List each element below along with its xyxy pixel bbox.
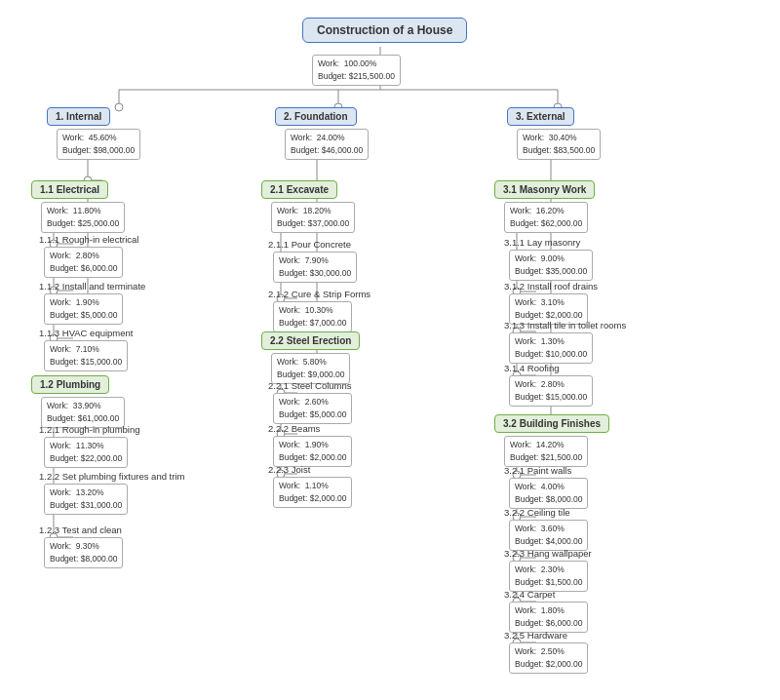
l3-label: 3.1.3 Install tile in toilet rooms	[504, 320, 626, 331]
info-box: Work: 5.80%Budget: $9,000.00	[271, 353, 350, 384]
info-box: Work: 24.00%Budget: $46,000.00	[285, 129, 369, 160]
l3-label: 1.1.2 Install and terminate	[39, 281, 145, 292]
l3-label: 1.1.1 Rough-in electrical	[39, 234, 138, 245]
l3-label: 3.1.2 Install roof drains	[504, 281, 598, 292]
l3-label: 3.1.1 Lay masonry	[504, 237, 580, 248]
info-box: Work: 2.50%Budget: $2,000.00	[509, 642, 588, 674]
page: Construction of a HouseWork: 100.00%Budg…	[0, 0, 780, 700]
node-label: 1.1 Electrical	[31, 180, 108, 199]
l3-label: 2.2.3 Joist	[268, 464, 310, 475]
info-box: Work: 7.10%Budget: $15,000.00	[44, 340, 128, 371]
info-box: Work: 2.80%Budget: $6,000.00	[44, 247, 123, 278]
l3-label: 3.1.4 Roofing	[504, 363, 560, 373]
node-label: 3.1 Masonry Work	[494, 180, 595, 199]
l3-label: 1.1.3 HVAC equipment	[39, 328, 133, 338]
l3-label: 3.2.2 Ceiling tile	[504, 507, 570, 518]
tree-area: Construction of a HouseWork: 100.00%Budg…	[10, 10, 770, 692]
info-box: Work: 11.30%Budget: $22,000.00	[44, 437, 128, 468]
l3-label: 1.2.3 Test and clean	[39, 525, 122, 535]
info-box: Work: 2.60%Budget: $5,000.00	[273, 393, 352, 424]
l3-label: 2.2.2 Beams	[268, 423, 320, 434]
node-label: 3.2 Building Finishes	[494, 414, 609, 433]
svg-point-45	[115, 103, 123, 111]
info-box: Work: 2.30%Budget: $1,500.00	[509, 561, 588, 592]
node-label: 2.2 Steel Erection	[261, 331, 360, 350]
node-label: 3. External	[507, 107, 574, 126]
info-box: Work: 100.00%Budget: $215,500.00	[312, 55, 401, 86]
l3-label: 3.2.1 Paint walls	[504, 465, 571, 476]
info-box: Work: 1.30%Budget: $10,000.00	[509, 332, 593, 364]
info-box: Work: 11.80%Budget: $25,000.00	[41, 202, 125, 233]
node-label: 2. Foundation	[275, 107, 357, 126]
info-box: Work: 3.60%Budget: $4,000.00	[509, 520, 588, 551]
info-box: Work: 1.10%Budget: $2,000.00	[273, 477, 352, 508]
info-box: Work: 45.60%Budget: $98,000.00	[57, 129, 140, 160]
info-box: Work: 1.80%Budget: $6,000.00	[509, 602, 588, 633]
info-box: Work: 33.90%Budget: $61,000.00	[41, 397, 125, 428]
l3-label: 2.1.2 Cure & Strip Forms	[268, 289, 370, 299]
l3-label: 3.2.3 Hang wallpaper	[504, 548, 592, 559]
info-box: Work: 7.90%Budget: $30,000.00	[273, 252, 357, 283]
info-box: Work: 2.80%Budget: $15,000.00	[509, 375, 593, 407]
info-box: Work: 14.20%Budget: $21,500.00	[504, 436, 588, 467]
node-label: 2.1 Excavate	[261, 180, 337, 199]
info-box: Work: 18.20%Budget: $37,000.00	[271, 202, 355, 233]
l3-label: 1.2.2 Set plumbing fixtures and trim	[39, 471, 184, 482]
info-box: Work: 9.00%Budget: $35,000.00	[509, 250, 593, 281]
l3-label: 1.2.1 Rough-in plumbing	[39, 424, 140, 435]
node-label: 1. Internal	[47, 107, 110, 126]
info-box: Work: 16.20%Budget: $62,000.00	[504, 202, 588, 233]
l3-label: 3.2.4 Carpet	[504, 589, 555, 600]
l3-label: 2.1.1 Pour Concrete	[268, 239, 351, 250]
info-box: Work: 13.20%Budget: $31,000.00	[44, 484, 128, 515]
l3-label: 3.2.5 Hardware	[504, 630, 567, 641]
info-box: Work: 10.30%Budget: $7,000.00	[273, 301, 352, 332]
info-box: Work: 1.90%Budget: $5,000.00	[44, 293, 123, 325]
node-label: 1.2 Plumbing	[31, 375, 109, 394]
info-box: Work: 30.40%Budget: $83,500.00	[517, 129, 601, 160]
info-box: Work: 9.30%Budget: $8,000.00	[44, 537, 123, 568]
info-box: Work: 4.00%Budget: $8,000.00	[509, 478, 588, 509]
info-box: Work: 1.90%Budget: $2,000.00	[273, 436, 352, 467]
root-node: Construction of a House	[302, 18, 467, 43]
l3-label: 2.2.1 Steel Columns	[268, 380, 352, 391]
